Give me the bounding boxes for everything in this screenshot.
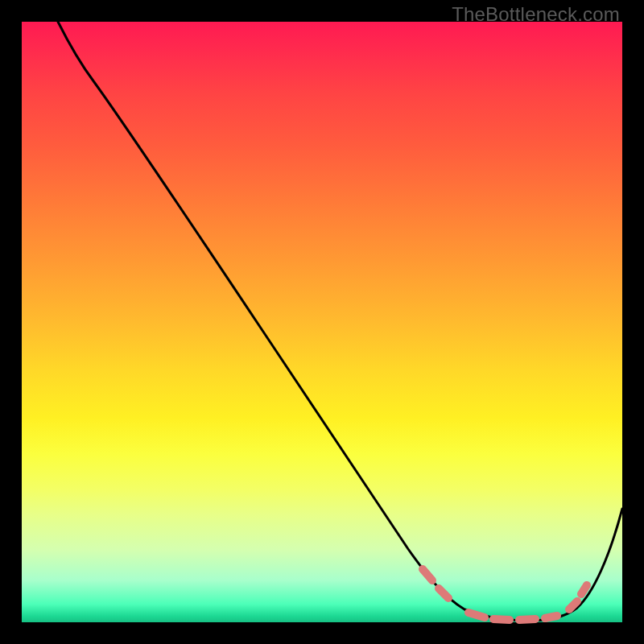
curve-line [58,22,622,621]
chart-svg [22,22,622,622]
dashed-overlay [423,569,587,620]
chart-frame: TheBottleneck.com [0,0,644,644]
watermark-text: TheBottleneck.com [452,3,620,26]
